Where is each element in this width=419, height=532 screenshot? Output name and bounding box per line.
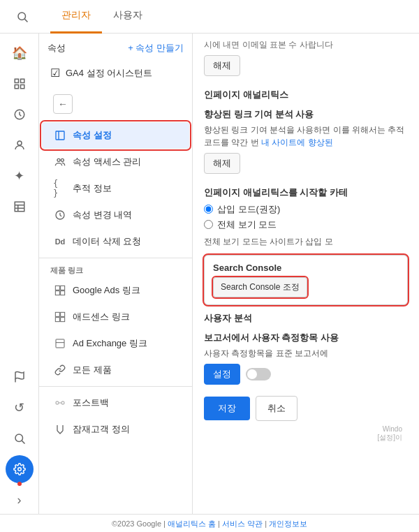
- ga4-label: GA4 설정 어시스턴트: [66, 67, 152, 80]
- table-icon[interactable]: [6, 193, 34, 221]
- disable-button-2[interactable]: 해제: [204, 153, 240, 174]
- flag-icon[interactable]: [6, 363, 34, 391]
- gear-icon[interactable]: [6, 455, 34, 483]
- right-panel: 시에 내면 이메일 표본 수 사랍니다 해제 인페이지 애널리틱스 향상된 링크…: [193, 34, 419, 514]
- code-icon: { }: [53, 182, 67, 195]
- svg-rect-22: [61, 286, 65, 290]
- middle-panel: 속성 + 속성 만들기 ☑ GA4 설정 어시스턴트 ← 속성 설정: [39, 34, 193, 514]
- svg-rect-27: [55, 318, 59, 322]
- footer-copyright: ©2023 Google: [112, 519, 161, 528]
- radio-full-input[interactable]: [204, 220, 213, 229]
- toggle-switch[interactable]: [246, 368, 271, 380]
- search-icon[interactable]: [11, 6, 34, 28]
- radio-insert-label: 삽입 모드(권장): [217, 203, 280, 216]
- dd-icon: Dd: [53, 235, 67, 249]
- adexchange-icon: [53, 337, 67, 350]
- svg-rect-26: [61, 312, 65, 316]
- svg-rect-8: [15, 202, 24, 212]
- google-ads-label: Google Ads 링크: [73, 284, 140, 297]
- footer-analytics-link[interactable]: 애널리틱스 홈: [168, 519, 216, 528]
- svg-rect-4: [15, 85, 18, 89]
- star-icon[interactable]: ✦: [6, 162, 34, 190]
- radio-full-view[interactable]: 전체 보기 모드: [204, 219, 408, 231]
- top-nav: 관리자 사용자: [0, 0, 419, 34]
- google-ads-icon: [53, 283, 67, 297]
- home-icon[interactable]: 🏠: [6, 39, 34, 67]
- postback-item[interactable]: 포스트백: [42, 390, 189, 416]
- tab-admin[interactable]: 관리자: [50, 0, 102, 34]
- person-icon[interactable]: [6, 131, 34, 159]
- property-history-item[interactable]: 속성 변경 내역: [42, 202, 189, 228]
- user-analysis-desc: 사용자 측정항목을 표준 보고서에: [204, 347, 408, 360]
- audience-label: 잠재고객 정의: [73, 423, 130, 436]
- property-label: 속성: [47, 42, 66, 54]
- property-settings-icon: [53, 128, 67, 142]
- adsense-label: 애드센스 링크: [73, 311, 130, 323]
- audience-icon: [53, 422, 67, 436]
- svg-point-32: [61, 401, 64, 404]
- adsense-link-item[interactable]: 애드센스 링크: [42, 304, 189, 330]
- postback-icon: [53, 396, 67, 410]
- radio-full-label: 전체 보기 모드: [217, 219, 277, 231]
- svg-point-0: [18, 13, 26, 20]
- footer-terms-link[interactable]: 서비스 약관: [222, 519, 263, 528]
- divider2: [39, 386, 192, 387]
- divider1: [39, 258, 192, 258]
- svg-rect-25: [55, 312, 59, 316]
- tab-user[interactable]: 사용자: [102, 0, 154, 34]
- save-button[interactable]: 저장: [204, 397, 250, 420]
- svg-point-31: [56, 401, 59, 404]
- disable-button-1[interactable]: 해제: [204, 55, 240, 76]
- property-history-label: 속성 변경 내역: [73, 209, 132, 221]
- property-access-label: 속성 액세스 관리: [73, 156, 141, 168]
- inpage-start-title: 인페이지 애널리틱스를 시작할 카테: [204, 186, 408, 199]
- svg-rect-3: [20, 79, 24, 82]
- dashboard-icon[interactable]: [6, 70, 34, 98]
- footer-privacy-link[interactable]: 개인정보보: [269, 519, 307, 528]
- ga4-assistant-item[interactable]: ☑ GA4 설정 어시스턴트: [39, 60, 192, 86]
- toggle-setting-button[interactable]: 설정: [204, 364, 240, 385]
- sidebar-icons: 🏠 ✦: [0, 34, 39, 514]
- property-settings-label: 속성 설정: [73, 129, 112, 142]
- tracking-info-item[interactable]: { } 추적 정보: [42, 175, 189, 202]
- svg-point-18: [57, 158, 60, 161]
- svg-point-13: [15, 434, 23, 442]
- audience-item[interactable]: 잠재고객 정의: [42, 416, 189, 443]
- google-ads-link-item[interactable]: Google Ads 링크: [42, 277, 189, 304]
- svg-rect-21: [55, 286, 59, 290]
- cancel-button[interactable]: 취소: [256, 396, 297, 421]
- loop-icon[interactable]: ↺: [6, 394, 34, 422]
- adexchange-link-item[interactable]: Ad Exchange 링크: [42, 330, 189, 357]
- adexchange-label: Ad Exchange 링크: [73, 337, 147, 350]
- chevron-right-icon[interactable]: ›: [6, 486, 34, 514]
- footer: ©2023 Google | 애널리틱스 홈 | 서비스 약관 | 개인정보보: [0, 514, 419, 532]
- search-console-adjust-button[interactable]: Search Console 조정: [213, 277, 307, 297]
- enhanced-title: 향상된 링크 기여 분석 사용: [204, 108, 408, 121]
- windows-watermark: Windo [설정]이: [204, 425, 408, 443]
- svg-rect-24: [61, 291, 65, 295]
- all-products-item[interactable]: 모든 제품: [42, 357, 189, 383]
- svg-point-15: [17, 468, 21, 471]
- radio-insert-mode[interactable]: 삽입 모드(권장): [204, 203, 408, 216]
- middle-header: 속성 + 속성 만들기: [39, 34, 192, 60]
- data-delete-item[interactable]: Dd 데이터 삭제 요청: [42, 228, 189, 255]
- svg-rect-5: [20, 85, 24, 89]
- svg-rect-23: [55, 291, 59, 295]
- toggle-row: 설정: [204, 364, 408, 385]
- history-clock-icon: [53, 208, 67, 222]
- people-icon: [53, 155, 67, 169]
- inpage-title: 인페이지 애널리틱스: [204, 89, 408, 101]
- bottom-bar: 저장 취소: [204, 389, 408, 424]
- search-bottom-icon[interactable]: [6, 424, 34, 452]
- property-settings-item[interactable]: 속성 설정: [42, 122, 189, 149]
- property-access-item[interactable]: 속성 액세스 관리: [42, 149, 189, 175]
- enhanced-link[interactable]: 내 사이트에 향상된: [261, 138, 333, 147]
- radio-insert-input[interactable]: [204, 205, 213, 214]
- tracking-info-label: 추적 정보: [73, 182, 112, 195]
- link-icon: [53, 363, 67, 377]
- user-analysis-title: 사용자 분석: [204, 312, 408, 325]
- create-property-button[interactable]: + 속성 만들기: [128, 42, 184, 54]
- back-button[interactable]: ←: [53, 94, 73, 114]
- search-console-box: Search Console Search Console 조정: [204, 255, 408, 305]
- clock-icon[interactable]: [6, 101, 34, 128]
